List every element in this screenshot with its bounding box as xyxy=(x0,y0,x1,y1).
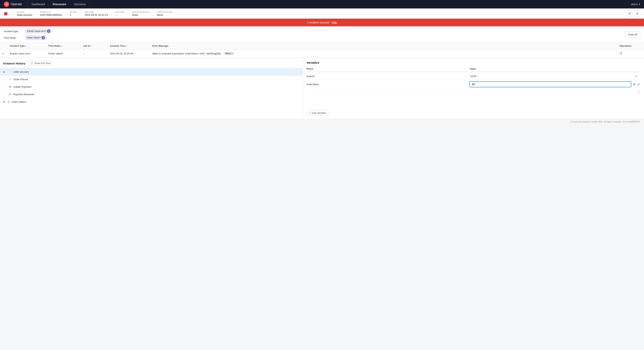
sort-arrow-time: ▾ xyxy=(126,45,127,47)
th-creation-time[interactable]: Creation Time ▾ xyxy=(108,43,150,49)
th-num xyxy=(0,43,8,49)
history-item-initiate-payment[interactable]: ⚙ Initiate Payment xyxy=(0,83,302,91)
circle-check-icon: ✓ xyxy=(9,78,11,81)
called-instances-field: Called Instances None xyxy=(157,11,172,16)
edit-actions: ✕ ✓ xyxy=(633,82,640,87)
filter-rows: Incident type: Extract value error 1 Flo… xyxy=(4,29,621,40)
retry-button[interactable]: ↺ xyxy=(626,11,632,17)
nav-item-processes[interactable]: Processes xyxy=(49,0,70,9)
process-header: ⬤ Process order-process Instance Id 2251… xyxy=(0,9,644,19)
variable-row-orderid: orderId "1234" ✏ xyxy=(306,73,640,80)
footer: © Camunda Services GmbH 2022. All rights… xyxy=(0,119,644,124)
row-incident-type: Extract value error xyxy=(8,50,46,58)
history-item-order-value[interactable]: ● ◇ Order Value? xyxy=(0,98,302,105)
variable-row-ordervalue: orderValue ✕ ✓ xyxy=(306,80,640,89)
error-dot-icon: ● xyxy=(3,70,5,74)
row-operations: ↺ xyxy=(617,50,644,58)
cancel-button[interactable]: ⊘ xyxy=(634,11,640,17)
diamond-icon: ◇ xyxy=(8,100,10,103)
up-arrow-icon: ↑ xyxy=(638,90,640,95)
variables-title: Variables xyxy=(306,61,640,64)
nav-item-dashboard[interactable]: Dashboard xyxy=(28,0,49,9)
logo: O Operate xyxy=(4,2,22,7)
variables-header: Name Value xyxy=(306,67,640,72)
user-menu[interactable]: demo ▾ xyxy=(631,3,640,6)
document-icon: 📄 xyxy=(8,70,12,74)
row-error-message: failed to evaluate expression 'orderValu… xyxy=(150,50,617,58)
gear-check-icon: ⚙ xyxy=(9,85,12,89)
history-item-order-placed[interactable]: ✓ Order Placed xyxy=(0,76,302,83)
th-operations: Operations xyxy=(617,43,644,49)
error-dot-icon-2: ● xyxy=(3,100,5,104)
bottom-section: Instance History 🕐 Show End Time ● 📄 ord… xyxy=(0,58,644,119)
instance-id-field: Instance Id 2251799813685251 xyxy=(40,11,62,16)
show-end-time-button[interactable]: 🕐 Show End Time xyxy=(28,61,53,66)
flow-node-tag[interactable]: Order Value? 1 xyxy=(25,35,47,40)
clock-icon: 🕐 xyxy=(30,62,33,65)
incidents-table: Incident Type ▾ Flow Node ▾ Job Id ▾ Cre… xyxy=(0,43,644,58)
instance-history-header: Instance History 🕐 Show End Time xyxy=(0,61,302,68)
message-check-icon: ✉ xyxy=(9,93,11,96)
instance-history: Instance History 🕐 Show End Time ● 📄 ord… xyxy=(0,58,303,119)
row-num: 1 xyxy=(0,50,8,58)
history-item-order-process[interactable]: ● 📄 order-process xyxy=(0,68,302,76)
incident-banner: 1 Incident occured Hide xyxy=(0,19,644,26)
sort-arrow-type: ▾ xyxy=(26,45,26,47)
incident-type-label: Incident type: xyxy=(4,30,23,33)
top-nav: O Operate Dashboard Processes Decisions … xyxy=(0,0,644,9)
start-date-field: Start Date 2022-04-01 16:21:23 xyxy=(85,11,108,16)
ordervalue-input[interactable] xyxy=(470,81,631,87)
row-flow-node: Order Value? xyxy=(46,50,81,58)
table-header: Incident Type ▾ Flow Node ▾ Job Id ▾ Cre… xyxy=(0,43,644,50)
th-job-id[interactable]: Job Id ▾ xyxy=(81,43,108,49)
end-date-field: End Date -- xyxy=(116,11,124,16)
var-name-header: Name xyxy=(306,67,470,70)
process-error-icon: ⬤ xyxy=(4,11,8,16)
table-row: 1 Extract value error Order Value? -- 20… xyxy=(0,50,644,58)
row-retry-button[interactable]: ↺ xyxy=(620,51,622,56)
instance-history-title: Instance History xyxy=(3,62,26,65)
incident-type-filter: Incident type: Extract value error 1 xyxy=(4,29,621,34)
incident-text: 1 Incident occured xyxy=(307,21,329,24)
sort-arrow-job: ▾ xyxy=(90,45,92,47)
cancel-edit-button[interactable]: ✕ xyxy=(633,82,636,87)
chevron-down-icon: ▾ xyxy=(639,3,640,6)
th-error-message: Error Message xyxy=(150,43,617,49)
ordervalue-input-wrapper xyxy=(470,81,631,87)
filters-section: Incident type: Extract value error 1 Flo… xyxy=(0,26,644,43)
row-job-id: -- xyxy=(81,50,108,58)
th-incident-type[interactable]: Incident Type ▾ xyxy=(8,43,46,49)
variables-panel: Variables Name Value orderId "1234" ✏ or… xyxy=(303,58,644,119)
clear-all-button[interactable]: Clear All xyxy=(625,32,640,37)
process-field: Process order-process xyxy=(17,11,32,16)
edit-orderid-button[interactable]: ✏ xyxy=(632,74,640,78)
parent-instance-field: Parent Instance Id None xyxy=(132,11,149,16)
flow-node-filter: Flow Node: Order Value? 1 xyxy=(4,35,621,40)
history-item-payment-received[interactable]: ✉ Payment Received xyxy=(0,91,302,98)
nav-item-decisions[interactable]: Decisions xyxy=(70,0,90,9)
row-creation-time: 2022-04-01 16:25:45 xyxy=(108,50,150,58)
logo-icon: O xyxy=(4,2,9,7)
sort-arrow-node: ▾ xyxy=(61,45,62,47)
add-variable-button[interactable]: + Add Variable xyxy=(306,110,329,116)
version-field: Version 1 xyxy=(70,11,77,16)
more-button[interactable]: More... xyxy=(224,52,234,55)
app-name: Operate xyxy=(11,3,22,6)
nav-items: Dashboard Processes Decisions xyxy=(28,0,90,9)
hide-link[interactable]: Hide xyxy=(332,21,337,24)
incident-type-tag[interactable]: Extract value error 1 xyxy=(25,29,52,34)
process-actions: ↺ ⊘ xyxy=(626,11,640,17)
arrow-indicator: ↑ xyxy=(306,90,640,95)
flow-node-label: Flow Node: xyxy=(4,36,23,39)
footer-text: © Camunda Services GmbH 2022. All rights… xyxy=(571,121,640,123)
confirm-edit-button[interactable]: ✓ xyxy=(637,82,640,87)
th-flow-node[interactable]: Flow Node ▾ xyxy=(46,43,81,49)
var-value-header: Value xyxy=(470,67,632,70)
